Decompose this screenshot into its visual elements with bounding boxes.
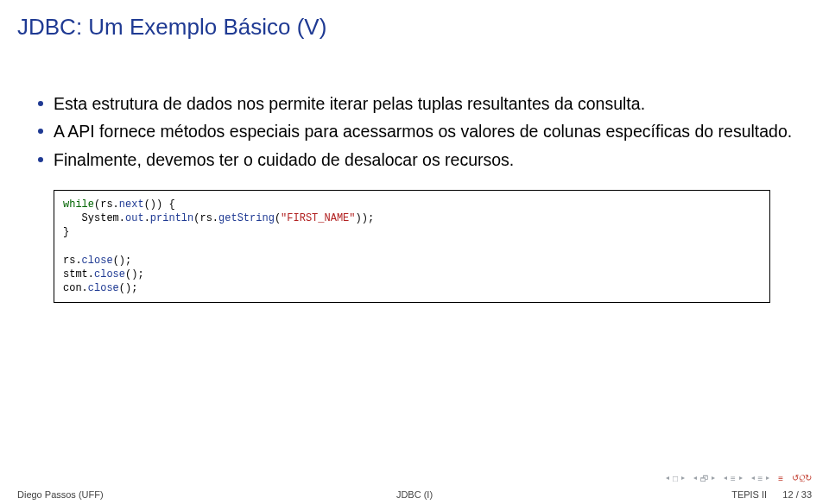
list-item: Finalmente, devemos ter o cuidado de des… <box>35 148 794 171</box>
slide-content: Esta estrutura de dados nos permite iter… <box>0 41 829 303</box>
footer-page: 12 / 33 <box>782 489 812 500</box>
slide-footer: Diego Passos (UFF) JDBC (I) TEPIS II 12 … <box>0 485 829 504</box>
nav-equiv-icon[interactable]: ≡ <box>778 474 783 483</box>
bullet-list: Esta estrutura de dados nos permite iter… <box>35 92 794 171</box>
nav-reload-icon[interactable]: ↺𝓠↻ <box>792 473 812 483</box>
beamer-nav-icons: ◂ □ ▸ ◂ 🗗 ▸ ◂ ≡ ▸ ◂ ≡ ▸ ≡ ↺𝓠↻ <box>666 473 812 483</box>
footer-center: JDBC (I) <box>396 489 433 500</box>
nav-first-icon[interactable]: ◂ □ ▸ <box>666 474 685 483</box>
footer-author: Diego Passos (UFF) <box>17 489 104 500</box>
nav-prev-icon[interactable]: ◂ 🗗 ▸ <box>693 474 716 483</box>
slide-title: JDBC: Um Exemplo Básico (V) <box>0 0 829 41</box>
nav-fwd-icon[interactable]: ◂ ≡ ▸ <box>751 474 769 483</box>
nav-back-icon[interactable]: ◂ ≡ ▸ <box>724 474 742 483</box>
footer-course: TEPIS II <box>731 489 767 500</box>
list-item: Esta estrutura de dados nos permite iter… <box>35 92 794 115</box>
code-block: while(rs.next()) { System.out.println(rs… <box>54 190 770 303</box>
footer-spacer <box>769 489 780 500</box>
list-item: A API fornece métodos especiais para ace… <box>35 120 794 142</box>
